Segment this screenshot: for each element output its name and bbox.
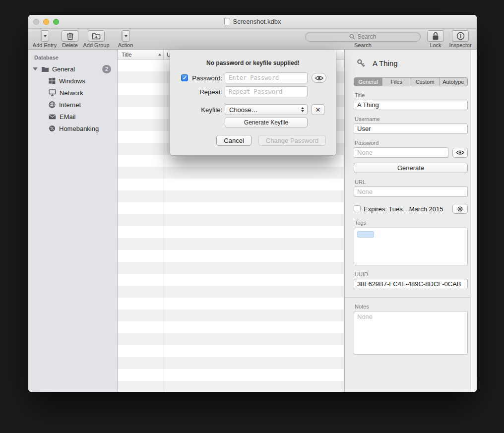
- generate-keyfile-button[interactable]: Generate Keyfile: [225, 118, 308, 127]
- delete-button[interactable]: [62, 30, 78, 42]
- folder-icon: [41, 66, 49, 72]
- repeat-label: Repeat:: [199, 88, 222, 96]
- title-field[interactable]: [354, 100, 468, 110]
- delete-label: Delete: [61, 42, 79, 48]
- sidebar-item-internet[interactable]: Internet: [28, 99, 117, 111]
- eye-icon: [315, 75, 323, 81]
- url-field[interactable]: [354, 186, 468, 197]
- disclosure-triangle-icon[interactable]: [33, 67, 38, 70]
- keyfile-selected-value: Choose…: [229, 106, 258, 114]
- expires-settings-button[interactable]: [452, 204, 468, 214]
- gear-icon: [457, 206, 463, 212]
- repeat-password-input[interactable]: [225, 86, 308, 97]
- tab-general[interactable]: General: [354, 78, 382, 86]
- add-group-button[interactable]: [88, 30, 105, 42]
- change-password-sheet: No password or keyfile supplied! ✓ Passw…: [170, 50, 336, 156]
- expires-checkbox[interactable]: [354, 205, 361, 212]
- sidebar-item-homebanking[interactable]: Homebanking: [28, 123, 117, 134]
- show-password-button[interactable]: [452, 148, 468, 158]
- sheet-actions: Cancel Change Password: [216, 135, 326, 146]
- notes-field[interactable]: [354, 311, 468, 355]
- uuid-field[interactable]: [354, 279, 468, 289]
- repeat-label-cell: Repeat:: [181, 88, 222, 96]
- close-button[interactable]: [33, 19, 39, 25]
- repeat-input-row: Repeat:: [181, 86, 336, 97]
- sheet-warning-message: No password or keyfile supplied!: [170, 60, 336, 66]
- sidebar-item-windows[interactable]: Windows: [28, 75, 117, 87]
- tab-files[interactable]: Files: [382, 78, 410, 86]
- lock-button[interactable]: [427, 30, 444, 42]
- search-input[interactable]: [306, 32, 420, 41]
- inspector-divider: [345, 297, 477, 298]
- globe-icon: [49, 101, 56, 108]
- toolbar: Add Entry Delete Add Group Action: [28, 29, 477, 50]
- password-checkbox[interactable]: ✓: [181, 74, 188, 81]
- window-title: Screenshot.kdbx: [233, 18, 281, 25]
- group-sidebar: Database General 2 Windows Network Inter…: [28, 50, 118, 392]
- inspector-button[interactable]: [452, 30, 469, 42]
- lock-icon: [432, 32, 439, 40]
- add-entry-dropdown-arrow[interactable]: [41, 31, 49, 41]
- tab-custom[interactable]: Custom: [411, 78, 439, 86]
- generate-password-button[interactable]: Generate: [354, 163, 468, 173]
- sidebar-item-email[interactable]: EMail: [28, 111, 117, 123]
- close-icon: ✕: [315, 106, 321, 114]
- add-entry-label: Add Entry: [32, 42, 57, 48]
- zoom-button[interactable]: [53, 19, 59, 25]
- app-window: Screenshot.kdbx Add Entry Delete Add Gro…: [28, 15, 477, 392]
- add-entry-button[interactable]: [41, 30, 49, 42]
- keyfile-popup-button[interactable]: Choose…: [225, 104, 308, 115]
- inspector-header: A Thing: [357, 58, 477, 68]
- username-field[interactable]: [354, 124, 468, 134]
- title-field-label: Title: [355, 92, 467, 98]
- window-controls: [33, 19, 59, 25]
- toolbar-item-inspector: Inspector: [446, 30, 474, 48]
- keyfile-label: Keyfile:: [201, 106, 222, 114]
- keyfile-row: Keyfile: Choose… ✕: [181, 104, 336, 115]
- password-input-row: ✓ Password:: [181, 72, 336, 83]
- cancel-button[interactable]: Cancel: [216, 135, 251, 146]
- column-grid-line: [164, 60, 164, 392]
- action-label: Action: [114, 42, 137, 48]
- search-label: Search: [305, 42, 421, 48]
- change-password-button[interactable]: Change Password: [258, 135, 326, 146]
- column-header-title[interactable]: Title: [118, 50, 164, 59]
- entry-title: A Thing: [373, 59, 398, 67]
- action-button[interactable]: [122, 30, 130, 42]
- password-field[interactable]: [354, 147, 448, 158]
- windows-icon: [49, 77, 56, 84]
- password-label-cell: ✓ Password:: [181, 74, 222, 82]
- show-password-button[interactable]: [312, 73, 326, 83]
- lock-label: Lock: [427, 42, 444, 48]
- enter-password-input[interactable]: [225, 72, 308, 83]
- chevron-down-icon: [125, 35, 127, 37]
- eye-icon: [456, 150, 464, 155]
- minimize-button[interactable]: [43, 19, 49, 25]
- search-field: Search: [305, 32, 421, 42]
- check-icon: ✓: [182, 75, 187, 81]
- key-icon: [355, 56, 369, 70]
- window-title-group: Screenshot.kdbx: [224, 18, 281, 25]
- toolbar-item-lock: Lock: [427, 30, 444, 48]
- uuid-label: UUID: [355, 271, 467, 277]
- password-label: Password:: [192, 74, 222, 82]
- tags-field[interactable]: [354, 228, 468, 265]
- action-dropdown-arrow[interactable]: [122, 31, 129, 41]
- sidebar-item-label: General: [52, 65, 75, 73]
- sidebar-item-label: Windows: [59, 77, 85, 85]
- password-field-label: Password: [355, 140, 467, 146]
- clear-keyfile-button[interactable]: ✕: [312, 104, 324, 115]
- tags-label: Tags: [355, 220, 467, 226]
- document-proxy-icon: [224, 18, 230, 25]
- tag-chip[interactable]: [357, 231, 374, 238]
- folder-plus-icon: [92, 32, 101, 40]
- envelope-icon: [49, 114, 56, 120]
- inspector-scrollbar[interactable]: [470, 50, 477, 392]
- sidebar-item-label: Internet: [59, 101, 81, 109]
- keyfile-label-cell: Keyfile:: [181, 106, 222, 114]
- sidebar-item-network[interactable]: Network: [28, 87, 117, 99]
- expires-label: Expires: Tues…March 2015: [364, 205, 443, 213]
- trash-icon: [66, 32, 74, 40]
- tab-autotype[interactable]: Autotype: [439, 78, 467, 86]
- sidebar-item-general[interactable]: General 2: [28, 63, 117, 75]
